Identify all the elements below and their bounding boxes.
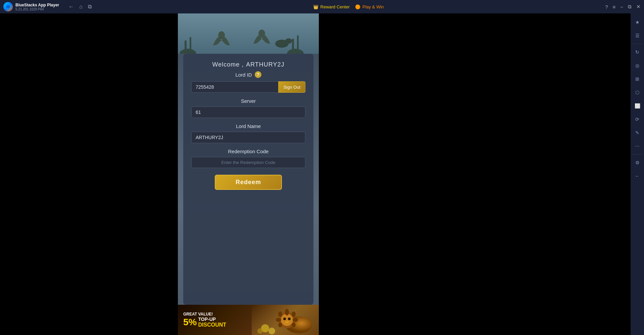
- app-version: 5.21.201.1029 P64: [15, 7, 59, 11]
- reward-center-button[interactable]: 👑 Reward Center: [313, 4, 350, 9]
- svg-rect-5: [190, 37, 191, 54]
- title-bar: BlueStacks App Player 5.21.201.1029 P64 …: [0, 0, 644, 13]
- sidebar-icon-refresh[interactable]: ↻: [631, 46, 643, 58]
- sidebar-icon-rotate[interactable]: ⟳: [631, 113, 643, 125]
- sidebar-divider-2: [632, 154, 643, 155]
- minimize-button[interactable]: −: [620, 4, 623, 10]
- sign-out-button[interactable]: Sign Out: [278, 81, 305, 93]
- sidebar-icon-grid[interactable]: ⊞: [631, 73, 643, 85]
- multi-button[interactable]: ⧉: [88, 4, 92, 10]
- lord-id-help-icon[interactable]: ?: [255, 71, 261, 78]
- lord-name-label: Lord Name: [236, 123, 261, 129]
- svg-point-2: [180, 49, 196, 54]
- right-panel: ★ ☰ ↻ ◎ ⊞ ⬡ ⬜ ⟳ ✎ ⋯ ⚙ ←: [319, 13, 644, 335]
- sidebar-icon-more[interactable]: ⋯: [631, 140, 643, 152]
- svg-marker-1: [6, 5, 10, 8]
- home-button[interactable]: ⌂: [79, 4, 83, 10]
- banner-percent: 5%: [183, 317, 197, 328]
- banner-topup: TOP-UP: [198, 317, 226, 322]
- back-button[interactable]: ←: [68, 4, 74, 10]
- close-button[interactable]: ✕: [636, 4, 641, 10]
- lord-id-input[interactable]: [191, 81, 278, 93]
- restore-button[interactable]: ⧉: [628, 4, 632, 10]
- sidebar-icon-macro[interactable]: ✎: [631, 127, 643, 139]
- lord-id-label: Lord ID: [235, 72, 252, 78]
- banner-discount: DISCOUNT: [198, 322, 226, 328]
- svg-rect-6: [292, 39, 294, 54]
- play-win-button[interactable]: 🟠 Play & Win: [355, 4, 384, 9]
- title-nav: ← ⌂ ⧉: [68, 4, 92, 10]
- bluestacks-logo: [3, 2, 13, 11]
- redemption-code-input[interactable]: [191, 157, 305, 168]
- sidebar-divider-1: [632, 44, 643, 44]
- lord-id-input-row: Sign Out: [191, 81, 305, 93]
- left-panel: [0, 13, 178, 335]
- right-sidebar: ★ ☰ ↻ ◎ ⊞ ⬡ ⬜ ⟳ ✎ ⋯ ⚙ ←: [631, 13, 644, 335]
- play-win-label: Play & Win: [362, 4, 384, 9]
- title-bar-left: BlueStacks App Player 5.21.201.1029 P64 …: [3, 2, 92, 11]
- menu-button[interactable]: ≡: [612, 4, 615, 10]
- orange-circle-icon: 🟠: [355, 4, 360, 9]
- svg-point-3: [287, 49, 304, 54]
- game-top-decoration: [178, 13, 319, 54]
- app-title: BlueStacks App Player: [15, 3, 59, 7]
- silhouette-svg: [178, 17, 305, 54]
- banner-great-value: GREAT VALUE!: [183, 312, 313, 317]
- svg-rect-4: [185, 40, 187, 54]
- redemption-code-label: Redemption Code: [228, 149, 269, 154]
- main-content: Welcome，ARTHURY2J Lord ID ? Sign Out Ser…: [0, 13, 644, 335]
- banner-text-area: GREAT VALUE! 5% TOP-UP DISCOUNT: [183, 312, 313, 328]
- title-bar-right: ? ≡ − ⧉ ✕: [605, 4, 641, 10]
- svg-rect-7: [297, 35, 299, 54]
- help-button[interactable]: ?: [605, 4, 608, 10]
- svg-point-26: [268, 328, 275, 334]
- server-input[interactable]: [191, 107, 305, 118]
- sidebar-icon-settings[interactable]: ⚙: [631, 157, 643, 169]
- server-label: Server: [241, 98, 256, 104]
- game-banner[interactable]: GREAT VALUE! 5% TOP-UP DISCOUNT: [178, 305, 319, 335]
- sidebar-icon-star[interactable]: ★: [631, 16, 643, 28]
- sidebar-icon-resize[interactable]: ⬜: [631, 100, 643, 112]
- redeem-button[interactable]: Redeem: [215, 175, 282, 190]
- title-bar-center: 👑 Reward Center 🟠 Play & Win: [313, 4, 384, 9]
- sidebar-icon-camera[interactable]: ◎: [631, 59, 643, 72]
- welcome-text: Welcome，ARTHURY2J: [212, 60, 284, 69]
- svg-point-27: [257, 328, 263, 334]
- sidebar-icon-menu[interactable]: ☰: [631, 30, 643, 42]
- sidebar-icon-apk[interactable]: ⬡: [631, 86, 643, 98]
- lord-id-row: Lord ID ?: [235, 71, 261, 78]
- reward-center-label: Reward Center: [320, 4, 350, 9]
- crown-icon: 👑: [313, 4, 318, 9]
- dialog-box: Welcome，ARTHURY2J Lord ID ? Sign Out Ser…: [183, 54, 313, 305]
- sidebar-icon-back[interactable]: ←: [631, 170, 643, 182]
- game-area: Welcome，ARTHURY2J Lord ID ? Sign Out Ser…: [178, 13, 319, 335]
- app-info: BlueStacks App Player 5.21.201.1029 P64: [15, 3, 59, 11]
- svg-point-11: [285, 38, 292, 44]
- lord-name-input[interactable]: [191, 132, 305, 143]
